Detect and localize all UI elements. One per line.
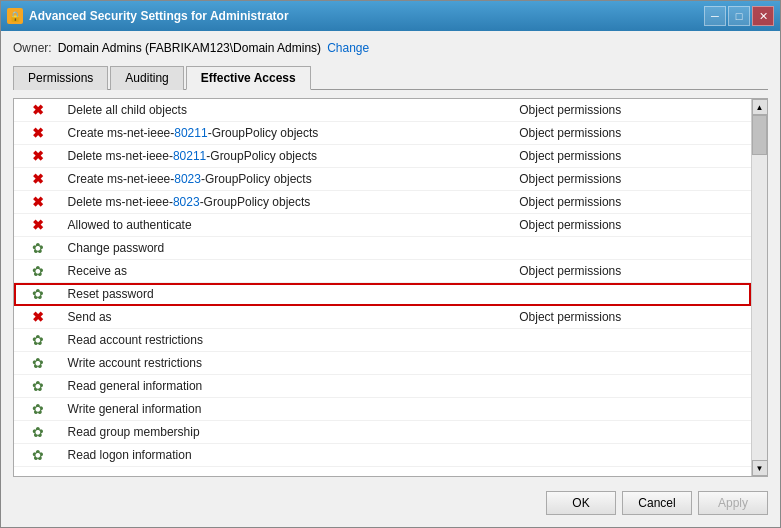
maximize-button[interactable]: □ (728, 6, 750, 26)
table-row[interactable]: ✿Write general information (14, 398, 751, 421)
table-row[interactable]: ✿Change password (14, 237, 751, 260)
deny-icon: ✖ (32, 148, 44, 164)
deny-icon: ✖ (32, 171, 44, 187)
row-permission: Object permissions (513, 191, 751, 214)
row-icon: ✿ (14, 398, 62, 421)
table-row[interactable]: ✿Receive asObject permissions (14, 260, 751, 283)
row-permission: Object permissions (513, 260, 751, 283)
table-row[interactable]: ✿Read group membership (14, 421, 751, 444)
row-name: Delete ms-net-ieee-8023-GroupPolicy obje… (62, 191, 514, 214)
row-name-link[interactable]: 80211 (173, 149, 206, 163)
row-icon: ✿ (14, 375, 62, 398)
row-permission: Object permissions (513, 145, 751, 168)
row-name-link[interactable]: 80211 (174, 126, 207, 140)
owner-change-link[interactable]: Change (327, 41, 369, 55)
row-icon: ✿ (14, 352, 62, 375)
row-icon: ✿ (14, 444, 62, 467)
bottom-buttons: OK Cancel Apply (13, 485, 768, 517)
row-name: Delete ms-net-ieee-80211-GroupPolicy obj… (62, 145, 514, 168)
permissions-table-container: ✖Delete all child objectsObject permissi… (13, 98, 768, 477)
content-area: Owner: Domain Admins (FABRIKAM123\Domain… (1, 31, 780, 527)
tab-permissions[interactable]: Permissions (13, 66, 108, 90)
table-row[interactable]: ✖Delete ms-net-ieee-80211-GroupPolicy ob… (14, 145, 751, 168)
table-row[interactable]: ✖Create ms-net-ieee-8023-GroupPolicy obj… (14, 168, 751, 191)
row-icon: ✖ (14, 306, 62, 329)
row-icon: ✖ (14, 168, 62, 191)
tab-effective-access[interactable]: Effective Access (186, 66, 311, 90)
row-name: Read general information (62, 375, 514, 398)
row-icon: ✖ (14, 191, 62, 214)
row-name: Change password (62, 237, 514, 260)
allow-icon: ✿ (32, 401, 44, 417)
apply-button[interactable]: Apply (698, 491, 768, 515)
table-row[interactable]: ✖Delete all child objectsObject permissi… (14, 99, 751, 122)
row-icon: ✖ (14, 122, 62, 145)
table-row[interactable]: ✿Read logon information (14, 444, 751, 467)
table-row[interactable]: ✿Read account restrictions (14, 329, 751, 352)
table-row[interactable]: ✖Create ms-net-ieee-80211-GroupPolicy ob… (14, 122, 751, 145)
row-icon: ✖ (14, 145, 62, 168)
row-name: Create ms-net-ieee-80211-GroupPolicy obj… (62, 122, 514, 145)
table-scroll[interactable]: ✖Delete all child objectsObject permissi… (14, 99, 751, 476)
row-name: Send as (62, 306, 514, 329)
owner-label: Owner: (13, 41, 52, 55)
row-permission (513, 398, 751, 421)
row-permission: Object permissions (513, 122, 751, 145)
allow-icon: ✿ (32, 332, 44, 348)
table-row[interactable]: ✿Read general information (14, 375, 751, 398)
allow-icon: ✿ (32, 240, 44, 256)
table-row[interactable]: ✖Send asObject permissions (14, 306, 751, 329)
ok-button[interactable]: OK (546, 491, 616, 515)
allow-icon: ✿ (32, 447, 44, 463)
row-permission (513, 283, 751, 306)
row-name-link[interactable]: 8023 (173, 195, 200, 209)
row-permission (513, 421, 751, 444)
cancel-button[interactable]: Cancel (622, 491, 692, 515)
allow-icon: ✿ (32, 355, 44, 371)
scroll-up-arrow[interactable]: ▲ (752, 99, 768, 115)
row-name: Write general information (62, 398, 514, 421)
minimize-button[interactable]: ─ (704, 6, 726, 26)
row-permission (513, 329, 751, 352)
row-name-link[interactable]: 8023 (174, 172, 201, 186)
scroll-thumb[interactable] (752, 115, 767, 155)
deny-icon: ✖ (32, 194, 44, 210)
row-name: Delete all child objects (62, 99, 514, 122)
scroll-track[interactable] (752, 115, 767, 460)
row-name: Allowed to authenticate (62, 214, 514, 237)
row-icon: ✖ (14, 214, 62, 237)
row-permission: Object permissions (513, 168, 751, 191)
row-name: Read group membership (62, 421, 514, 444)
row-icon: ✿ (14, 329, 62, 352)
table-row[interactable]: ✖Delete ms-net-ieee-8023-GroupPolicy obj… (14, 191, 751, 214)
window-title: Advanced Security Settings for Administr… (29, 9, 289, 23)
row-permission (513, 237, 751, 260)
row-name: Create ms-net-ieee-8023-GroupPolicy obje… (62, 168, 514, 191)
title-buttons: ─ □ ✕ (704, 6, 774, 26)
deny-icon: ✖ (32, 102, 44, 118)
row-icon: ✿ (14, 237, 62, 260)
scrollbar[interactable]: ▲ ▼ (751, 99, 767, 476)
window-icon: 🔒 (7, 8, 23, 24)
permissions-table: ✖Delete all child objectsObject permissi… (14, 99, 751, 467)
row-icon: ✖ (14, 99, 62, 122)
table-row[interactable]: ✖Allowed to authenticateObject permissio… (14, 214, 751, 237)
allow-icon: ✿ (32, 286, 44, 302)
scroll-down-arrow[interactable]: ▼ (752, 460, 768, 476)
row-permission: Object permissions (513, 99, 751, 122)
row-permission (513, 444, 751, 467)
allow-icon: ✿ (32, 424, 44, 440)
title-bar-left: 🔒 Advanced Security Settings for Adminis… (7, 8, 289, 24)
table-row[interactable]: ✿Write account restrictions (14, 352, 751, 375)
row-name: Write account restrictions (62, 352, 514, 375)
row-name: Read logon information (62, 444, 514, 467)
row-name: Read account restrictions (62, 329, 514, 352)
title-bar: 🔒 Advanced Security Settings for Adminis… (1, 1, 780, 31)
row-icon: ✿ (14, 260, 62, 283)
close-button[interactable]: ✕ (752, 6, 774, 26)
tabs-bar: Permissions Auditing Effective Access (13, 65, 768, 90)
tab-auditing[interactable]: Auditing (110, 66, 183, 90)
table-row[interactable]: ✿Reset password (14, 283, 751, 306)
row-permission: Object permissions (513, 214, 751, 237)
row-name: Receive as (62, 260, 514, 283)
